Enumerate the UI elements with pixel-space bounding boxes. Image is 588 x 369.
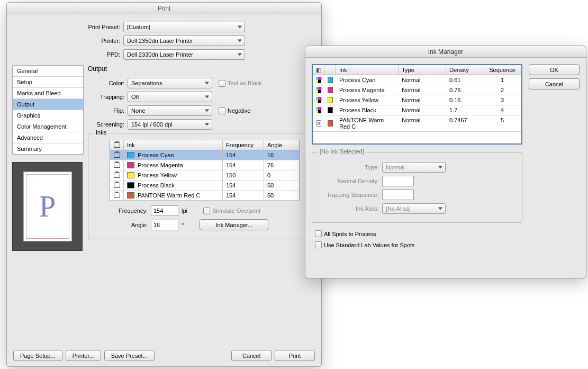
im-ink-type: Normal [399,85,446,95]
im-ink-type: Normal [399,95,446,105]
ink-row[interactable]: Process Yellow1500 [110,170,299,181]
ink-swatch [328,77,333,83]
im-ink-seq: 3 [483,95,521,105]
sidebar-item-general[interactable]: General [13,66,83,77]
ink-detail-group: [No Ink Selected] Type: Normal Neutral D… [312,152,522,223]
im-ink-density: 0.61 [446,75,483,85]
im-ink-type: Normal [399,115,446,131]
ppd-select[interactable]: Dell 2330dn Laser Printer [123,49,245,60]
ink-row[interactable]: Process Cyan15416 [110,150,299,160]
ink-drop-icon: ◧ [316,67,321,73]
printer-icon [114,183,120,188]
sidebar-item-setup[interactable]: Setup [13,77,83,88]
angle-input-label: Angle: [110,222,151,228]
im-ink-row[interactable]: Process BlackNormal1.74 [313,105,521,115]
print-preset-select[interactable]: [Custom] [123,22,245,32]
sidebar-item-color-management[interactable]: Color Management [13,121,83,132]
page-setup-button[interactable]: Page Setup... [13,350,62,361]
ink-name: Process Cyan [138,152,174,158]
ink-swatch [127,182,134,188]
im-ink-row[interactable]: Process YellowNormal0.163 [313,95,521,105]
printer-button[interactable]: Printer... [66,350,101,361]
cancel-button[interactable]: Cancel [231,350,272,361]
print-button[interactable]: Print [275,350,315,361]
im-ink-header[interactable]: Ink [336,65,399,75]
im-density-header[interactable]: Density [446,65,483,75]
im-ink-density: 0.16 [446,95,483,105]
im-ink-name: PANTONE Warm Red C [336,115,399,131]
neutral-density-input[interactable] [382,176,414,186]
ink-header[interactable]: Ink [124,140,223,150]
im-cancel-button[interactable]: Cancel [529,78,580,89]
trapping-select[interactable]: Off [128,92,212,102]
im-ink-seq: 1 [483,75,521,85]
standard-lab-checkbox[interactable] [315,241,322,248]
im-ink-row[interactable]: Process MagentaNormal0.762 [313,85,521,95]
ink-manager-button[interactable]: Ink Manager... [200,219,268,230]
im-nd-label: Neutral Density: [318,178,382,184]
sidebar-item-advanced[interactable]: Advanced [13,132,83,143]
im-type-header[interactable]: Type [399,65,446,75]
process-icon [316,87,321,93]
print-titlebar: Print [7,3,321,14]
im-ink-row[interactable]: Process CyanNormal0.611 [313,75,521,85]
ink-freq: 150 [223,170,264,180]
im-sequence-header[interactable]: Sequence [483,65,521,75]
ink-row[interactable]: PANTONE Warm Red C15450 [110,191,299,201]
ink-alias-select[interactable]: [No Alias] [382,203,446,214]
ink-swatch [127,172,134,178]
spot-icon [316,120,321,127]
im-ink-name: Process Yellow [336,95,399,105]
printer-icon [114,173,120,178]
text-as-black-checkbox[interactable] [219,80,225,87]
simulate-overprint-checkbox[interactable] [203,208,210,214]
trapping-sequence-input[interactable] [382,190,414,200]
im-ink-row[interactable]: PANTONE Warm Red CNormal0.74675 [313,115,521,132]
negative-label: Negative [228,107,250,114]
ink-freq: 154 [223,181,264,190]
all-spots-checkbox[interactable] [315,230,322,237]
no-ink-selected-label: [No Ink Selected] [318,148,366,155]
im-type-select[interactable]: Normal [382,162,446,173]
ink-name: PANTONE Warm Red C [138,192,200,199]
save-preset-button[interactable]: Save Preset... [104,350,155,361]
ink-row[interactable]: Process Black15450 [110,181,299,191]
im-ok-button[interactable]: OK [529,64,580,75]
im-ink-seq: 2 [483,85,521,95]
printer-select[interactable]: Dell 2350dn Laser Printer [123,35,245,46]
freq-header[interactable]: Frequency [223,140,264,150]
printer-label: Printer: [12,38,123,44]
ink-swatch [328,120,333,127]
inks-legend: Inks [94,129,108,136]
im-ink-seq: 4 [483,105,521,115]
printer-icon [114,163,120,168]
sidebar-item-graphics[interactable]: Graphics [13,110,83,121]
ink-swatch [328,107,333,113]
printer-icon [114,152,120,158]
sidebar-item-marks-and-bleed[interactable]: Marks and Bleed [13,88,83,99]
im-type-label: Type: [318,164,382,170]
ink-row[interactable]: Process Magenta15476 [110,160,299,170]
screening-label: Screening: [88,121,128,128]
sidebar-item-summary[interactable]: Summary [13,143,83,154]
text-as-black-label: Text as Black [228,80,262,86]
angle-input[interactable] [151,220,178,230]
page-preview: P [12,162,83,251]
freq-unit: lpi [178,208,191,214]
ppd-label: PPD: [12,51,123,58]
sidebar-item-output[interactable]: Output [13,99,83,110]
print-preset-label: Print Preset: [12,24,123,30]
negative-checkbox[interactable] [219,107,225,114]
frequency-input[interactable] [151,205,178,216]
im-ink-seq: 5 [483,115,521,131]
screening-select[interactable]: 154 lpi / 600 dpi [128,119,212,130]
im-ink-name: Process Cyan [336,75,399,85]
color-label: Color: [88,80,128,86]
angle-header[interactable]: Angle [264,140,299,150]
standard-lab-label: Use Standard Lab Values for Spots [324,242,415,248]
top-form: Print Preset: [Custom] Printer: Dell 235… [12,22,316,60]
ink-angle: 0 [264,170,299,180]
flip-select[interactable]: None [128,105,212,116]
print-column-icon [114,142,120,148]
color-select[interactable]: Separations [128,78,212,88]
